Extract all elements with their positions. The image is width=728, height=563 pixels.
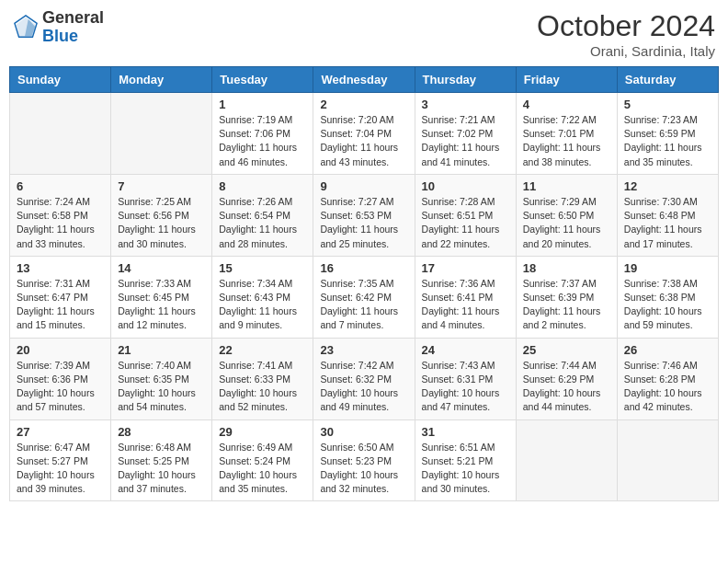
- day-number: 16: [320, 261, 407, 275]
- day-number: 13: [17, 261, 104, 275]
- logo: General Blue: [13, 9, 104, 46]
- cell-content: Sunrise: 7:19 AMSunset: 7:06 PMDaylight:…: [219, 113, 306, 169]
- cell-content: Sunrise: 7:25 AMSunset: 6:56 PMDaylight:…: [118, 195, 205, 251]
- cell-content: Sunrise: 7:27 AMSunset: 6:53 PMDaylight:…: [320, 195, 407, 251]
- day-number: 2: [320, 98, 407, 111]
- day-number: 12: [624, 179, 711, 193]
- cell-content: Sunrise: 6:47 AMSunset: 5:27 PMDaylight:…: [17, 441, 104, 497]
- calendar-cell: 29Sunrise: 6:49 AMSunset: 5:24 PMDayligh…: [212, 419, 313, 501]
- weekday-header: Tuesday: [212, 67, 313, 93]
- week-row: 13Sunrise: 7:31 AMSunset: 6:47 PMDayligh…: [10, 256, 719, 338]
- weekday-header: Sunday: [10, 67, 111, 93]
- calendar-cell: 22Sunrise: 7:41 AMSunset: 6:33 PMDayligh…: [212, 338, 313, 419]
- calendar-cell: 17Sunrise: 7:36 AMSunset: 6:41 PMDayligh…: [415, 256, 516, 338]
- calendar-cell: [516, 419, 617, 501]
- logo-icon: [13, 15, 39, 40]
- day-number: 3: [422, 98, 509, 111]
- weekday-header: Thursday: [415, 67, 516, 93]
- day-number: 26: [624, 343, 711, 357]
- cell-content: Sunrise: 7:33 AMSunset: 6:45 PMDaylight:…: [118, 277, 205, 333]
- weekday-header: Friday: [516, 67, 617, 93]
- day-number: 27: [17, 425, 104, 439]
- day-number: 8: [219, 179, 306, 193]
- day-number: 7: [118, 179, 205, 193]
- calendar-cell: 14Sunrise: 7:33 AMSunset: 6:45 PMDayligh…: [111, 256, 212, 338]
- cell-content: Sunrise: 7:37 AMSunset: 6:39 PMDaylight:…: [523, 277, 610, 333]
- calendar-table: SundayMondayTuesdayWednesdayThursdayFrid…: [9, 66, 719, 501]
- calendar-cell: 24Sunrise: 7:43 AMSunset: 6:31 PMDayligh…: [415, 338, 516, 419]
- calendar-cell: 23Sunrise: 7:42 AMSunset: 6:32 PMDayligh…: [313, 338, 415, 419]
- calendar-cell: 26Sunrise: 7:46 AMSunset: 6:28 PMDayligh…: [617, 338, 718, 419]
- weekday-header: Wednesday: [313, 67, 415, 93]
- location-text: Orani, Sardinia, Italy: [537, 43, 715, 59]
- calendar-cell: 30Sunrise: 6:50 AMSunset: 5:23 PMDayligh…: [313, 419, 415, 501]
- week-row: 20Sunrise: 7:39 AMSunset: 6:36 PMDayligh…: [10, 338, 719, 419]
- weekday-header: Monday: [111, 67, 212, 93]
- cell-content: Sunrise: 6:48 AMSunset: 5:25 PMDaylight:…: [118, 441, 205, 497]
- day-number: 18: [523, 261, 610, 275]
- cell-content: Sunrise: 7:30 AMSunset: 6:48 PMDaylight:…: [624, 195, 711, 251]
- calendar-cell: 5Sunrise: 7:23 AMSunset: 6:59 PMDaylight…: [617, 93, 718, 175]
- day-number: 31: [422, 425, 509, 439]
- calendar-cell: 16Sunrise: 7:35 AMSunset: 6:42 PMDayligh…: [313, 256, 415, 338]
- cell-content: Sunrise: 6:50 AMSunset: 5:23 PMDaylight:…: [320, 441, 407, 497]
- cell-content: Sunrise: 7:44 AMSunset: 6:29 PMDaylight:…: [523, 359, 610, 415]
- calendar-cell: 4Sunrise: 7:22 AMSunset: 7:01 PMDaylight…: [516, 93, 617, 175]
- day-number: 15: [219, 261, 306, 275]
- calendar-cell: 21Sunrise: 7:40 AMSunset: 6:35 PMDayligh…: [111, 338, 212, 419]
- cell-content: Sunrise: 7:38 AMSunset: 6:38 PMDaylight:…: [624, 277, 711, 333]
- cell-content: Sunrise: 7:36 AMSunset: 6:41 PMDaylight:…: [422, 277, 509, 333]
- day-number: 17: [422, 261, 509, 275]
- cell-content: Sunrise: 6:49 AMSunset: 5:24 PMDaylight:…: [219, 441, 306, 497]
- cell-content: Sunrise: 7:29 AMSunset: 6:50 PMDaylight:…: [523, 195, 610, 251]
- week-row: 6Sunrise: 7:24 AMSunset: 6:58 PMDaylight…: [10, 174, 719, 256]
- day-number: 30: [320, 425, 407, 439]
- cell-content: Sunrise: 6:51 AMSunset: 5:21 PMDaylight:…: [422, 441, 509, 497]
- day-number: 20: [17, 343, 104, 357]
- calendar-cell: 18Sunrise: 7:37 AMSunset: 6:39 PMDayligh…: [516, 256, 617, 338]
- calendar-cell: 2Sunrise: 7:20 AMSunset: 7:04 PMDaylight…: [313, 93, 415, 175]
- cell-content: Sunrise: 7:34 AMSunset: 6:43 PMDaylight:…: [219, 277, 306, 333]
- day-number: 11: [523, 179, 610, 193]
- cell-content: Sunrise: 7:41 AMSunset: 6:33 PMDaylight:…: [219, 359, 306, 415]
- day-number: 25: [523, 343, 610, 357]
- cell-content: Sunrise: 7:35 AMSunset: 6:42 PMDaylight:…: [320, 277, 407, 333]
- logo-general-text: General: [42, 8, 104, 27]
- calendar-cell: [617, 419, 718, 501]
- month-title: October 2024: [537, 9, 715, 43]
- title-block: October 2024 Orani, Sardinia, Italy: [537, 9, 715, 59]
- calendar-cell: 11Sunrise: 7:29 AMSunset: 6:50 PMDayligh…: [516, 174, 617, 256]
- page-header: General Blue October 2024 Orani, Sardini…: [9, 9, 719, 59]
- day-number: 24: [422, 343, 509, 357]
- calendar-cell: 1Sunrise: 7:19 AMSunset: 7:06 PMDaylight…: [212, 93, 313, 175]
- calendar-cell: 12Sunrise: 7:30 AMSunset: 6:48 PMDayligh…: [617, 174, 718, 256]
- calendar-cell: 10Sunrise: 7:28 AMSunset: 6:51 PMDayligh…: [415, 174, 516, 256]
- cell-content: Sunrise: 7:24 AMSunset: 6:58 PMDaylight:…: [17, 195, 104, 251]
- day-number: 19: [624, 261, 711, 275]
- weekday-header-row: SundayMondayTuesdayWednesdayThursdayFrid…: [10, 67, 719, 93]
- calendar-cell: [10, 93, 111, 175]
- calendar-cell: [111, 93, 212, 175]
- calendar-cell: 20Sunrise: 7:39 AMSunset: 6:36 PMDayligh…: [10, 338, 111, 419]
- cell-content: Sunrise: 7:26 AMSunset: 6:54 PMDaylight:…: [219, 195, 306, 251]
- calendar-cell: 3Sunrise: 7:21 AMSunset: 7:02 PMDaylight…: [415, 93, 516, 175]
- logo-blue-text: Blue: [42, 27, 78, 45]
- cell-content: Sunrise: 7:43 AMSunset: 6:31 PMDaylight:…: [422, 359, 509, 415]
- day-number: 21: [118, 343, 205, 357]
- cell-content: Sunrise: 7:40 AMSunset: 6:35 PMDaylight:…: [118, 359, 205, 415]
- calendar-cell: 13Sunrise: 7:31 AMSunset: 6:47 PMDayligh…: [10, 256, 111, 338]
- logo-text: General Blue: [42, 9, 104, 46]
- calendar-cell: 6Sunrise: 7:24 AMSunset: 6:58 PMDaylight…: [10, 174, 111, 256]
- cell-content: Sunrise: 7:42 AMSunset: 6:32 PMDaylight:…: [320, 359, 407, 415]
- day-number: 4: [523, 98, 610, 111]
- week-row: 27Sunrise: 6:47 AMSunset: 5:27 PMDayligh…: [10, 419, 719, 501]
- cell-content: Sunrise: 7:22 AMSunset: 7:01 PMDaylight:…: [523, 113, 610, 169]
- day-number: 9: [320, 179, 407, 193]
- calendar-cell: 8Sunrise: 7:26 AMSunset: 6:54 PMDaylight…: [212, 174, 313, 256]
- cell-content: Sunrise: 7:23 AMSunset: 6:59 PMDaylight:…: [624, 113, 711, 169]
- day-number: 28: [118, 425, 205, 439]
- calendar-cell: 15Sunrise: 7:34 AMSunset: 6:43 PMDayligh…: [212, 256, 313, 338]
- week-row: 1Sunrise: 7:19 AMSunset: 7:06 PMDaylight…: [10, 93, 719, 175]
- cell-content: Sunrise: 7:46 AMSunset: 6:28 PMDaylight:…: [624, 359, 711, 415]
- calendar-cell: 19Sunrise: 7:38 AMSunset: 6:38 PMDayligh…: [617, 256, 718, 338]
